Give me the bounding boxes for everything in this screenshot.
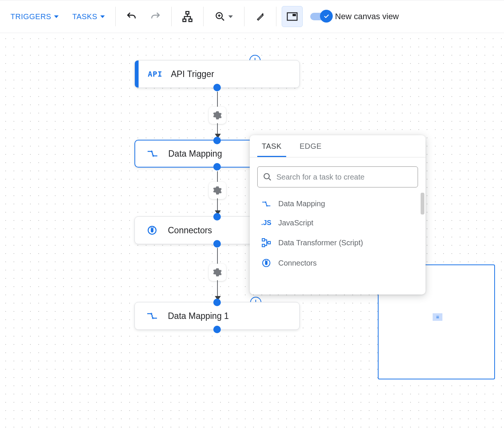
port-out[interactable] [213, 163, 221, 171]
svg-line-4 [222, 18, 224, 21]
node-label: Connectors [168, 225, 212, 236]
toolbar: TRIGGERS TASKS [0, 0, 504, 33]
edge [217, 280, 218, 297]
task-option-label: JavaScript [278, 219, 313, 227]
triggers-label: TRIGGERS [11, 12, 51, 21]
svg-rect-1 [183, 19, 186, 22]
task-option-data-mapping[interactable]: Data Mapping [250, 194, 426, 213]
data-mapping-icon [144, 149, 161, 158]
task-option-data-transformer[interactable]: Data Transformer (Script) [250, 233, 426, 253]
port-in[interactable] [213, 137, 221, 144]
trigger-accent [135, 60, 139, 88]
edge [217, 198, 218, 211]
divider [115, 7, 116, 26]
redo-icon [150, 11, 161, 22]
minimap-viewport: ≡ [433, 313, 442, 321]
divider [244, 7, 244, 26]
search-field-wrap[interactable] [257, 166, 418, 187]
tab-task[interactable]: TASK [257, 135, 286, 157]
tasks-label: TASKS [72, 12, 97, 21]
task-picker-popup: TASK EDGE Data Mapping .JS JavaScript [250, 135, 426, 295]
node-label: API Trigger [171, 69, 214, 79]
svg-point-12 [264, 174, 269, 179]
undo-icon [126, 11, 137, 22]
undo-button[interactable] [121, 6, 142, 27]
node-api-trigger[interactable]: API API Trigger [134, 60, 300, 88]
magic-wand-button[interactable] [250, 6, 271, 27]
connectors-icon [261, 258, 272, 268]
svg-rect-2 [189, 19, 192, 22]
divider [203, 7, 204, 26]
switch-label: New canvas view [335, 12, 399, 21]
node-label: Data Mapping [168, 149, 222, 159]
edge-settings-button[interactable] [209, 107, 226, 124]
edge [217, 171, 218, 183]
divider [171, 7, 172, 26]
panel-icon [287, 12, 298, 21]
layout-button[interactable] [177, 6, 198, 27]
layout-icon [181, 11, 193, 23]
svg-rect-0 [186, 12, 189, 14]
svg-rect-16 [262, 244, 265, 247]
tab-edge[interactable]: EDGE [295, 135, 326, 157]
tasks-dropdown[interactable]: TASKS [65, 9, 112, 25]
port-in[interactable] [213, 299, 221, 306]
new-canvas-switch[interactable]: New canvas view [310, 12, 399, 21]
triggers-dropdown[interactable]: TRIGGERS [4, 9, 65, 25]
divider [276, 7, 276, 26]
javascript-icon: .JS [261, 219, 272, 227]
magic-wand-icon [255, 12, 265, 21]
panel-toggle-button[interactable] [282, 6, 303, 27]
switch-track [310, 13, 330, 20]
node-label: Data Mapping 1 [168, 311, 229, 321]
scrollbar-thumb[interactable] [421, 193, 424, 214]
data-mapping-icon [261, 200, 272, 208]
data-transformer-icon [261, 238, 272, 248]
svg-rect-8 [293, 14, 296, 16]
task-option-label: Connectors [278, 259, 317, 267]
task-option-label: Data Transformer (Script) [278, 239, 363, 247]
edge [217, 92, 218, 108]
zoom-in-icon [215, 11, 225, 22]
node-data-mapping-1[interactable]: Data Mapping 1 [134, 302, 300, 330]
search-input[interactable] [276, 173, 412, 181]
gear-icon [213, 110, 222, 120]
api-icon: API [147, 69, 163, 79]
data-mapping-icon [144, 311, 160, 320]
gear-icon [213, 267, 222, 277]
edge-settings-button[interactable] [209, 264, 226, 281]
svg-rect-14 [262, 239, 265, 241]
port-in[interactable] [213, 213, 221, 221]
port-out[interactable] [213, 84, 221, 91]
task-option-label: Data Mapping [278, 199, 325, 208]
caret-down-icon [228, 15, 233, 18]
gear-icon [213, 186, 222, 195]
svg-line-13 [269, 178, 271, 180]
zoom-dropdown[interactable] [209, 6, 239, 27]
task-list[interactable]: Data Mapping .JS JavaScript Data Transfo… [250, 192, 426, 295]
caret-down-icon [100, 15, 105, 18]
search-icon [263, 172, 272, 181]
check-icon [323, 13, 330, 20]
switch-knob [320, 10, 333, 23]
edge-settings-button[interactable] [209, 182, 226, 199]
popup-tabs: TASK EDGE [250, 135, 426, 157]
task-option-connectors[interactable]: Connectors [250, 253, 426, 273]
edge [217, 248, 218, 264]
task-option-javascript[interactable]: .JS JavaScript [250, 213, 426, 233]
connectors-icon [144, 225, 160, 236]
canvas[interactable]: API API Trigger Data Mapping Connectors [0, 33, 504, 435]
port-out[interactable] [213, 240, 221, 248]
caret-down-icon [54, 15, 59, 18]
redo-button[interactable] [145, 6, 166, 27]
port-out[interactable] [213, 326, 221, 333]
edge [217, 123, 218, 134]
minimap-content-icon: ≡ [436, 314, 439, 320]
svg-rect-15 [268, 242, 270, 244]
